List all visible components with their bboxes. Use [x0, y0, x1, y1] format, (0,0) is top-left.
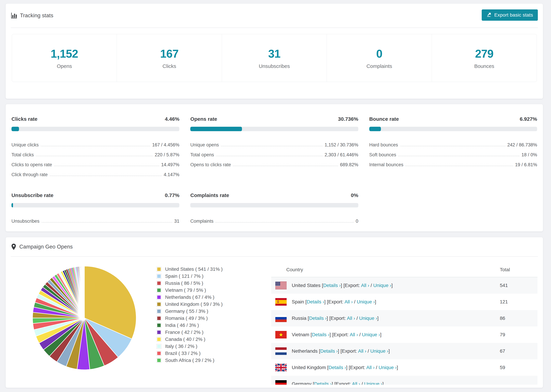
stat-label: Bounces	[432, 63, 537, 69]
export-unique-link[interactable]: Unique ›	[357, 299, 375, 304]
export-label: Export:	[331, 315, 346, 321]
legend-item-russia: Russia ( 86 / 5% )	[156, 280, 237, 287]
export-unique-link[interactable]: Unique ›	[379, 365, 397, 370]
country-cell: Germany [Details ›] [Export: All › / Uni…	[292, 381, 500, 385]
stat-row: Total opens2,303 / 61.446%	[190, 147, 358, 158]
table-row-vietnam: Vietnam [Details ›] [Export: All › / Uni…	[271, 327, 537, 343]
dotted-leader	[215, 222, 353, 223]
export-all-link[interactable]: All ›	[366, 365, 374, 370]
geo-table: Country Total United States [Details ›] …	[271, 263, 537, 385]
stat-row-label: Unique opens	[190, 142, 219, 147]
panel-clicks-rate: Clicks rate4.46%Unique clicks167 / 4.456…	[11, 116, 179, 177]
legend-item-canada: Canada ( 40 / 2% )	[156, 336, 237, 343]
export-all-link[interactable]: All ›	[350, 332, 358, 337]
legend-swatch	[156, 351, 161, 356]
legend-item-united-kingdom: United Kingdom ( 59 / 3% )	[156, 301, 237, 308]
export-basic-stats-button[interactable]: Export basic stats	[482, 9, 538, 21]
panel-value: 0.77%	[165, 192, 179, 198]
stat-row-label: Internal bounces	[369, 162, 403, 168]
stat-row: Opens to clicks rate689.82%	[190, 158, 358, 168]
panel-complaints-rate: Complaints rate0%Complaints0	[190, 192, 358, 224]
stat-row-value: 167 / 4.456%	[152, 142, 179, 147]
legend-swatch	[156, 344, 161, 349]
export-label: Export:	[345, 283, 360, 288]
details-link[interactable]: Details ›	[309, 315, 327, 321]
progress-fill	[190, 127, 242, 131]
stat-row-value: 242 / 86.738%	[507, 142, 537, 147]
country-name: Germany	[292, 381, 311, 385]
details-link[interactable]: Details ›	[312, 332, 330, 337]
nl-flag-icon	[275, 347, 287, 355]
dotted-leader	[400, 146, 505, 146]
total-cell: 86	[500, 315, 537, 321]
export-all-link[interactable]: All ›	[358, 348, 366, 354]
export-unique-link[interactable]: Unique ›	[359, 315, 377, 321]
stat-row: Soft bounces18 / 0%	[369, 147, 537, 158]
export-unique-link[interactable]: Unique ›	[370, 348, 389, 354]
legend-label: Netherlands ( 67 / 4% )	[165, 294, 214, 300]
geo-pie-chart[interactable]	[31, 265, 137, 371]
details-link[interactable]: Details ›	[320, 348, 338, 354]
export-all-link[interactable]: All ›	[345, 299, 353, 304]
stat-label: Clicks	[117, 63, 222, 69]
legend-item-france: France ( 42 / 2% )	[156, 329, 237, 336]
legend-item-brazil: Brazil ( 33 / 2% )	[156, 350, 237, 357]
export-unique-link[interactable]: Unique ›	[364, 381, 382, 385]
export-all-link[interactable]: All ›	[352, 381, 360, 385]
export-all-link[interactable]: All ›	[347, 315, 355, 321]
stat-row-label: Soft bounces	[369, 152, 396, 158]
details-link[interactable]: Details ›	[307, 299, 324, 304]
dotted-leader	[42, 222, 172, 223]
progress-track	[11, 203, 179, 207]
stat-row-value: 19 / 6.81%	[515, 162, 537, 168]
export-button-label: Export basic stats	[494, 12, 533, 18]
stat-row: Total clicks220 / 5.87%	[11, 147, 179, 158]
es-flag-icon	[275, 298, 287, 306]
de-flag-icon	[275, 380, 287, 385]
legend-label: France ( 42 / 2% )	[165, 329, 204, 335]
table-row-netherlands: Netherlands [Details ›] [Export: All › /…	[271, 343, 537, 359]
summary-stat-bounces: 279Bounces	[432, 34, 537, 82]
legend-label: United Kingdom ( 59 / 3% )	[165, 301, 223, 307]
progress-fill	[369, 127, 381, 131]
panel-title: Opens rate	[190, 116, 217, 122]
legend-swatch	[156, 337, 161, 342]
details-link[interactable]: Details ›	[314, 381, 332, 385]
country-name: Vietnam	[292, 332, 309, 337]
panel-unsubscribe-rate: Unsubscribe rate0.77%Unsubscribes31	[11, 192, 179, 224]
legend-label: India ( 46 / 3% )	[165, 322, 199, 328]
rates-card: Clicks rate4.46%Unique clicks167 / 4.456…	[6, 104, 543, 231]
rates-grid: Clicks rate4.46%Unique clicks167 / 4.456…	[6, 104, 543, 224]
export-all-link[interactable]: All ›	[361, 283, 369, 288]
progress-track	[11, 127, 179, 131]
details-link[interactable]: Details ›	[323, 283, 341, 288]
stat-value: 167	[117, 47, 222, 60]
gb-flag-icon	[275, 364, 287, 371]
stat-row-label: Opens to clicks rate	[190, 162, 231, 168]
stat-row: Unique opens1,152 / 30.736%	[190, 138, 358, 147]
panel-title: Complaints rate	[190, 192, 229, 198]
legend-label: South Africa ( 29 / 2% )	[165, 358, 214, 363]
page-title: Tracking stats	[20, 13, 53, 19]
panel-value: 0%	[351, 192, 358, 198]
country-cell: United States [Details ›] [Export: All ›…	[292, 283, 500, 288]
table-row-germany: Germany [Details ›] [Export: All › / Uni…	[271, 376, 537, 385]
legend-item-south-africa: South Africa ( 29 / 2% )	[156, 357, 237, 364]
export-label: Export:	[333, 332, 349, 337]
dotted-leader	[54, 166, 159, 166]
total-cell: 67	[500, 348, 537, 354]
legend-item-united-states: United States ( 541 / 31% )	[156, 266, 237, 273]
legend-label: Brazil ( 33 / 2% )	[165, 351, 201, 356]
legend-swatch	[156, 288, 161, 293]
country-cell: Russia [Details ›] [Export: All › / Uniq…	[292, 315, 500, 321]
stat-row: Unique clicks167 / 4.456%	[11, 138, 179, 147]
details-link[interactable]: Details ›	[329, 365, 346, 370]
geo-content: United States ( 541 / 31% )Spain ( 121 /…	[31, 263, 540, 385]
legend-item-vietnam: Vietnam ( 79 / 5% )	[156, 287, 237, 294]
table-row-spain: Spain [Details ›] [Export: All › / Uniqu…	[271, 294, 537, 310]
export-unique-link[interactable]: Unique ›	[373, 283, 391, 288]
panel-value: 4.46%	[165, 116, 179, 122]
export-unique-link[interactable]: Unique ›	[362, 332, 380, 337]
export-label: Export:	[342, 348, 357, 354]
dotted-leader	[405, 166, 513, 166]
